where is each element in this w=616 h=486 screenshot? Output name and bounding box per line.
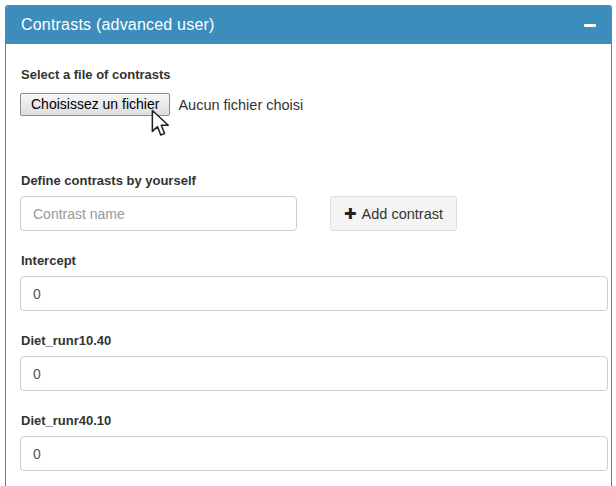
define-contrasts-group: Define contrasts by yourself ✚ Add contr… <box>15 172 601 231</box>
panel-title: Contrasts (advanced user) <box>21 16 215 34</box>
file-input-group: Select a file of contrasts Choisissez un… <box>15 66 601 116</box>
define-section-label: Define contrasts by yourself <box>21 172 601 190</box>
add-contrast-button[interactable]: ✚ Add contrast <box>330 196 457 231</box>
contrast-field-intercept: Intercept <box>15 252 601 311</box>
contrast-value-input[interactable] <box>20 436 608 471</box>
contrast-field-label: Diet_runr40.10 <box>21 412 601 430</box>
contrast-value-input[interactable] <box>20 356 608 391</box>
contrast-field-diet-runr40-10: Diet_runr40.10 <box>15 412 601 471</box>
contrast-field-diet-runr10-40: Diet_runr10.40 <box>15 332 601 391</box>
contrasts-panel: Contrasts (advanced user) Select a file … <box>5 5 612 486</box>
contrast-value-input[interactable] <box>20 276 608 311</box>
contrast-field-label: Diet_runr10.40 <box>21 332 601 350</box>
define-contrasts-row: ✚ Add contrast <box>15 196 601 231</box>
contrast-field-label: Intercept <box>21 252 601 270</box>
file-input-row: Choisissez un fichier Aucun fichier choi… <box>20 93 601 116</box>
page: Contrasts (advanced user) Select a file … <box>0 5 616 486</box>
add-contrast-label: Add contrast <box>362 206 443 222</box>
plus-icon: ✚ <box>344 206 357 221</box>
choose-file-button[interactable]: Choisissez un fichier <box>20 93 170 116</box>
file-section-label: Select a file of contrasts <box>21 66 601 84</box>
collapse-minus-icon[interactable] <box>584 24 596 27</box>
contrast-name-input[interactable] <box>20 196 297 231</box>
file-status-text: Aucun fichier choisi <box>178 97 303 113</box>
panel-header[interactable]: Contrasts (advanced user) <box>6 6 611 44</box>
panel-body: Select a file of contrasts Choisissez un… <box>6 44 611 486</box>
